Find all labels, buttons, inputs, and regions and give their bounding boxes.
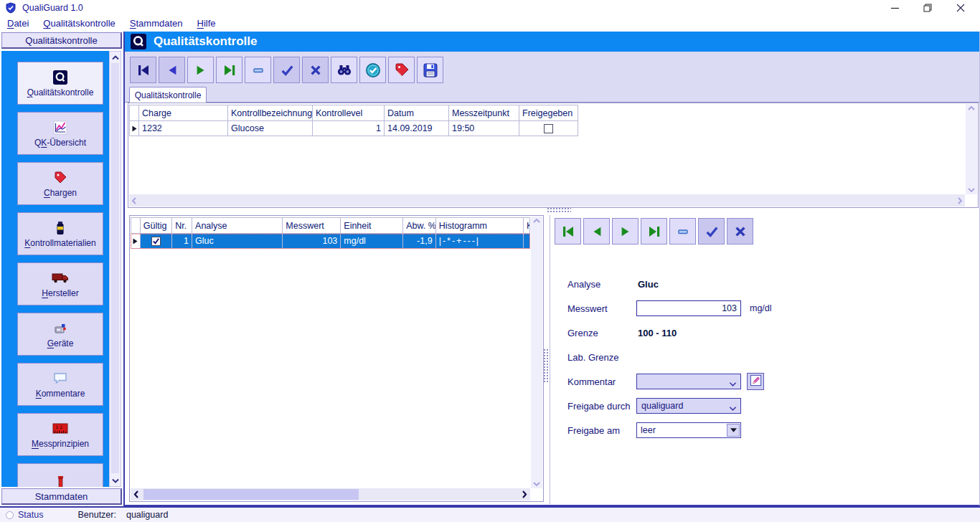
column-header-messzeitpunkt[interactable]: Messzeitpunkt — [449, 105, 519, 120]
validate-button[interactable] — [359, 57, 386, 83]
sidebar-item-label: Geräte — [47, 339, 74, 348]
sidebar-item-qk-uebersicht[interactable]: QK-Übersicht — [17, 112, 103, 155]
indicator-column-header — [131, 218, 141, 233]
freigabe-am-value: leer — [641, 425, 656, 435]
testtube-icon — [57, 475, 65, 487]
menu-stammdaten[interactable]: Stammdaten — [123, 16, 190, 31]
detail-first-button[interactable] — [555, 218, 581, 245]
column-header-abw[interactable]: Abw. % — [403, 218, 435, 233]
scrollbar-thumb[interactable] — [143, 489, 359, 500]
freigabe-durch-combobox[interactable]: qualiguard — [636, 398, 741, 414]
column-header-kontrollevel[interactable]: Kontrollevel — [313, 105, 385, 120]
cell-nr: 1 — [172, 234, 192, 248]
freigabe-durch-label: Freigabe durch — [567, 401, 630, 412]
detail-cancel-button[interactable] — [727, 218, 753, 245]
gueltig-checkbox-checked[interactable] — [151, 237, 161, 246]
messwert-input[interactable] — [636, 300, 741, 316]
menu-hilfe[interactable]: Hilfe — [190, 16, 223, 31]
column-header-kontrollbezeichnung[interactable]: Kontrollbezeichnung — [228, 105, 313, 120]
user-label: Benutzer: — [77, 510, 116, 520]
scroll-down-icon[interactable] — [533, 482, 540, 486]
post-edit-button[interactable] — [273, 57, 300, 83]
column-header-nr[interactable]: Nr. — [172, 218, 192, 233]
sidebar-scrollbar[interactable] — [109, 51, 121, 487]
sidebar-item-chargen[interactable]: Chargen — [17, 162, 103, 205]
sidebar-footer-stammdaten[interactable]: Stammdaten — [1, 488, 122, 505]
sidebar-item-partial[interactable] — [17, 463, 103, 487]
status-bar: Status Benutzer: qualiguard — [0, 506, 980, 522]
column-header-messwert[interactable]: Messwert — [283, 218, 341, 233]
table-vertical-scrollbar[interactable] — [966, 104, 977, 194]
kommentar-edit-button[interactable] — [747, 373, 764, 390]
sidebar-item-messprinzipien[interactable]: 1 2 Messprinzipien — [17, 413, 103, 456]
sidebar-item-hersteller[interactable]: Hersteller — [17, 262, 103, 305]
detail-previous-button[interactable] — [583, 218, 610, 245]
scroll-left-icon[interactable] — [133, 490, 138, 498]
restore-button[interactable] — [911, 0, 944, 16]
column-header-analyse[interactable]: Analyse — [192, 218, 283, 233]
vial-icon — [54, 220, 67, 236]
sidebar-item-kontrollmaterialien[interactable]: Kontrollmaterialien — [17, 212, 103, 255]
close-button[interactable] — [944, 0, 977, 16]
cancel-edit-button[interactable] — [302, 57, 329, 83]
sidebar-header[interactable]: Qualitätskontrolle — [1, 32, 122, 49]
first-record-button[interactable] — [130, 57, 156, 83]
dropdown-arrow-button[interactable] — [727, 424, 740, 437]
grenze-value: 100 - 110 — [638, 328, 677, 338]
scroll-up-icon[interactable] — [533, 219, 540, 223]
row-indicator-icon — [131, 234, 141, 248]
table-horizontal-scrollbar[interactable] — [129, 194, 965, 207]
table-vertical-scrollbar[interactable] — [531, 217, 542, 488]
table-row[interactable]: 1232 Glucose 1 14.09.2019 19:50 — [129, 121, 578, 136]
detail-delete-button[interactable] — [669, 218, 696, 245]
table-row-selected[interactable]: 1 Gluc 103 mg/dl -1,9 |-*-+---| — [131, 234, 530, 249]
freigegeben-checkbox[interactable] — [544, 124, 553, 133]
column-header-datum[interactable]: Datum — [385, 105, 449, 120]
sidebar-item-label: Qualitätskontrolle — [27, 88, 94, 98]
column-header-gueltig[interactable]: Gültig — [141, 218, 172, 233]
sidebar-item-qualitaetskontrolle[interactable]: Qualitätskontrolle — [17, 62, 103, 105]
detail-post-button[interactable] — [698, 218, 725, 245]
menu-qualitaetskontrolle[interactable]: Qualitätskontrolle — [36, 16, 122, 31]
freigabe-durch-value: qualiguard — [641, 401, 683, 411]
scroll-up-icon[interactable] — [111, 53, 119, 62]
column-header-histogramm[interactable]: Histogramm — [436, 218, 524, 233]
menu-datei[interactable]: Datei — [0, 16, 36, 31]
sidebar-item-kommentare[interactable]: Kommentare — [17, 363, 103, 406]
vertical-splitter-grip[interactable] — [543, 348, 550, 383]
kommentar-combobox[interactable] — [636, 374, 741, 389]
delete-record-button[interactable] — [245, 57, 271, 83]
search-binoculars-button[interactable] — [331, 57, 357, 83]
detail-last-button[interactable] — [641, 218, 667, 245]
scroll-right-icon[interactable] — [522, 490, 527, 498]
scrollbar-thumb[interactable] — [111, 63, 119, 473]
save-button[interactable] — [417, 57, 443, 83]
freigabe-am-combobox[interactable]: leer — [636, 422, 741, 438]
tags-button[interactable] — [388, 57, 415, 83]
scroll-down-icon[interactable] — [111, 476, 119, 485]
scroll-left-icon[interactable] — [132, 197, 136, 204]
next-record-button[interactable] — [187, 57, 214, 83]
chart-icon — [53, 120, 67, 136]
tag-icon — [53, 170, 67, 186]
kommentar-label: Kommentar — [567, 376, 616, 387]
module-title: Qualitätskontrolle — [154, 34, 258, 49]
scroll-right-icon[interactable] — [958, 197, 962, 204]
minimize-button[interactable] — [878, 0, 911, 16]
sidebar-item-label: Messprinzipien — [32, 440, 89, 449]
sidebar-item-label: Kontrollmaterialien — [24, 239, 95, 248]
tab-qualitaetskontrolle[interactable]: Qualitätskontrolle — [129, 87, 207, 103]
column-header-freigegeben[interactable]: Freigegeben — [519, 105, 578, 120]
scroll-up-icon[interactable] — [968, 106, 975, 110]
column-header-kon[interactable]: Kon — [524, 218, 530, 233]
detail-next-button[interactable] — [612, 218, 639, 245]
sidebar-item-geraete[interactable]: Geräte — [17, 313, 103, 356]
previous-record-button[interactable] — [159, 57, 185, 83]
column-header-charge[interactable]: Charge — [139, 105, 228, 120]
row-indicator-icon — [129, 121, 139, 136]
table-horizontal-scrollbar[interactable] — [131, 488, 530, 500]
column-header-einheit[interactable]: Einheit — [341, 218, 403, 233]
last-record-button[interactable] — [216, 57, 242, 83]
horizontal-splitter-grip[interactable] — [547, 207, 571, 214]
scroll-down-icon[interactable] — [968, 188, 975, 192]
